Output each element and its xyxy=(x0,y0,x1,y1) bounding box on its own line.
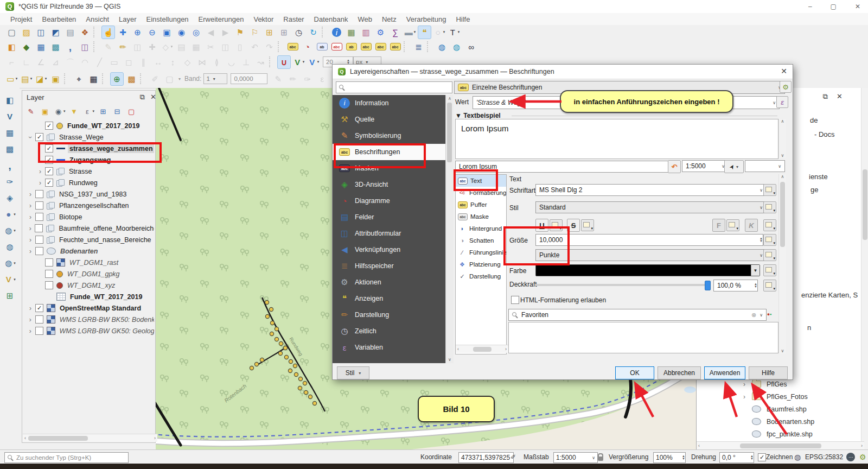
data-defined-override-icon[interactable] xyxy=(550,219,563,231)
koordinate-input[interactable]: 473371,5397825 xyxy=(458,452,514,463)
visibility-checkbox[interactable] xyxy=(45,281,53,289)
processing-toolbox-icon[interactable]: ⚙ xyxy=(374,26,387,39)
zoom-to-selection-icon[interactable]: ◉ xyxy=(175,26,188,39)
dialog-close-icon[interactable]: ✕ xyxy=(781,67,787,75)
crs-globe-icon[interactable]: ◍ xyxy=(794,452,801,462)
sidebar-item-diagramme[interactable]: ◔ Diagramme xyxy=(333,193,453,209)
cut-features-icon[interactable]: ✂ xyxy=(204,40,218,54)
add-wms-layer-icon[interactable]: ◍ ▾ xyxy=(3,224,17,237)
expander-icon[interactable] xyxy=(741,381,748,388)
measure-icon[interactable]: ▬ ▾ xyxy=(403,26,417,39)
anwenden-button[interactable]: Anwenden xyxy=(704,366,745,379)
expander-icon[interactable] xyxy=(27,225,33,232)
tab-puffer[interactable]: abc Puffer xyxy=(456,199,506,211)
zoom-next-icon[interactable]: ▶ xyxy=(219,26,232,39)
coordinate-toggle-icon[interactable]: ✐ xyxy=(510,452,516,462)
expander-icon[interactable] xyxy=(27,134,34,141)
filter-expression-icon[interactable]: ε ▾ xyxy=(82,105,95,117)
sidebar-item-verknuepfungen[interactable]: ◀ Verknüpfungen xyxy=(333,242,453,258)
map-themes-icon[interactable]: ◉ ▾ xyxy=(53,105,66,117)
data-defined-override-icon[interactable] xyxy=(763,249,776,261)
highlight-pinned-labels-icon[interactable]: abc xyxy=(330,40,343,54)
reset-sample-button[interactable]: ↶ xyxy=(668,160,681,173)
expander-icon[interactable] xyxy=(27,327,34,335)
add-group-icon[interactable]: ▣ xyxy=(39,105,51,117)
layer-styling-icon[interactable]: ✎ xyxy=(25,105,37,117)
visibility-checkbox[interactable] xyxy=(45,122,53,130)
map-tips-icon[interactable]: ❝ xyxy=(418,26,431,39)
data-defined-override-icon[interactable] xyxy=(763,264,776,276)
adv-digitizing-angle-icon[interactable]: ∟ xyxy=(20,55,33,69)
add-mesh-layer-icon[interactable]: ▩ xyxy=(3,142,17,156)
adv-digitizing-rect-icon[interactable]: ▭ xyxy=(107,55,121,69)
adv-digitizing-tri-icon[interactable]: ⊿ xyxy=(49,55,62,69)
underline-button[interactable]: U xyxy=(535,219,548,232)
statistics-icon[interactable]: ∑ xyxy=(388,26,402,39)
sample-background-combo[interactable]: ∨ xyxy=(745,160,785,172)
band-value-box[interactable]: 0,0000 xyxy=(231,73,267,84)
pin-labels-icon[interactable]: ab xyxy=(315,40,329,54)
select-by-value-icon[interactable]: ▤ ▾ xyxy=(20,72,33,86)
data-defined-override-icon[interactable] xyxy=(763,219,776,231)
raster-stretch-full-icon[interactable]: ✑ xyxy=(301,72,314,86)
save-project-icon[interactable]: ◫ xyxy=(34,26,48,39)
adv-digitizing-move-v-icon[interactable]: ↕ xyxy=(166,55,180,69)
annotation-icon[interactable]: ◌ ▾ xyxy=(432,26,446,39)
groesse-unit-combo[interactable]: Punkte∨ xyxy=(535,249,767,261)
dropdown-arrow-icon[interactable]: ▾ xyxy=(30,77,33,81)
adv-digitizing-perp2-icon[interactable]: ⊥ xyxy=(239,55,253,69)
menu-item[interactable]: Ansicht xyxy=(81,15,114,23)
add-mesh-layer-icon[interactable]: ▩ xyxy=(49,40,62,54)
raster-color-swatch-icon[interactable]: ▢ xyxy=(163,72,176,86)
zoom-in-icon[interactable]: ⊕ xyxy=(131,26,144,39)
zoom-to-layer-icon[interactable]: ◎ xyxy=(189,26,203,39)
save-project-as-icon[interactable]: ◩ xyxy=(49,26,62,39)
open-datasource-manager-icon[interactable]: ◧ xyxy=(3,93,17,107)
menu-item[interactable]: Erweiterungen xyxy=(194,15,249,23)
deckkraft-spinbox[interactable]: 100,0 %▲▼ xyxy=(713,280,758,291)
new-3d-map-view-icon[interactable]: ⊞ xyxy=(277,26,291,39)
drehung-spinbox[interactable]: 0,0 °▲▼ xyxy=(719,452,754,463)
clear-filter-icon[interactable]: ⊗ xyxy=(751,312,756,319)
menu-item[interactable]: Datenbank xyxy=(309,15,353,23)
visibility-checkbox[interactable] xyxy=(35,213,43,221)
select-by-location-icon[interactable]: ▣ xyxy=(49,72,62,86)
sidebar-item-attributformular[interactable]: ◫ Attributformular xyxy=(333,225,453,242)
dropdown-arrow-icon[interactable]: ▾ xyxy=(63,109,66,113)
metasearch-icon[interactable]: ◍ xyxy=(435,40,449,54)
expand-all-icon[interactable]: ⊞ xyxy=(97,105,109,117)
add-delimited-text-icon[interactable]: , xyxy=(63,40,77,54)
visibility-checkbox[interactable] xyxy=(45,156,53,164)
collapse-all-icon[interactable]: ⊟ xyxy=(111,105,123,117)
panel-float-icon[interactable]: ⧉ xyxy=(823,92,828,101)
move-label-icon[interactable]: ab xyxy=(344,40,358,54)
toggle-editing-icon[interactable]: ✏ xyxy=(116,40,130,54)
expander-icon[interactable] xyxy=(27,316,34,324)
menu-item[interactable]: Raster xyxy=(278,15,309,23)
layer-tree-item[interactable]: NSG_1937_und_1983 xyxy=(23,188,154,200)
remove-layer-icon[interactable]: ▢ xyxy=(125,105,137,117)
open-project-icon[interactable]: ▨ xyxy=(20,26,33,39)
browser-item[interactable]: PflGes_Fotos xyxy=(741,390,860,403)
expression-builder-button[interactable]: ε xyxy=(776,96,788,108)
dropdown-arrow-icon[interactable]: ▾ xyxy=(14,277,16,282)
dialog-search-input[interactable] xyxy=(336,81,452,93)
dropdown-arrow-icon[interactable]: ▾ xyxy=(443,30,445,34)
color-dropdown-icon[interactable]: ▼ xyxy=(751,265,760,276)
tab-hintergrund[interactable]: ◗ Hintergrund xyxy=(456,223,506,234)
dropdown-arrow-icon[interactable]: ▾ xyxy=(14,261,16,265)
dropdown-arrow-icon[interactable]: ▾ xyxy=(303,60,305,64)
layer-tree-item[interactable]: strasse_wege_zusammen xyxy=(23,143,154,154)
expander-icon[interactable] xyxy=(27,213,34,221)
dialog-sidebar-scrollbar[interactable]: ∧ ∨ xyxy=(445,95,454,363)
refresh-map-icon[interactable]: ↻ xyxy=(307,26,320,39)
adv-digitizing-line-icon[interactable]: ╱ xyxy=(93,55,106,69)
osm-tools-icon[interactable]: ▩ xyxy=(125,72,138,86)
visibility-checkbox[interactable] xyxy=(35,190,43,198)
add-wfs-layer-icon[interactable]: ◍ ▾ xyxy=(3,256,17,270)
adv-digitizing-parallel-icon[interactable]: ∥ xyxy=(137,55,150,69)
visibility-checkbox[interactable] xyxy=(35,327,43,335)
adv-digitizing-square-icon[interactable]: ◻ xyxy=(122,55,136,69)
groesse-spinbox[interactable]: 10,0000▲▼ xyxy=(535,234,763,246)
layer-tree-item[interactable]: Funde_WT_2017_2019 xyxy=(23,291,154,302)
